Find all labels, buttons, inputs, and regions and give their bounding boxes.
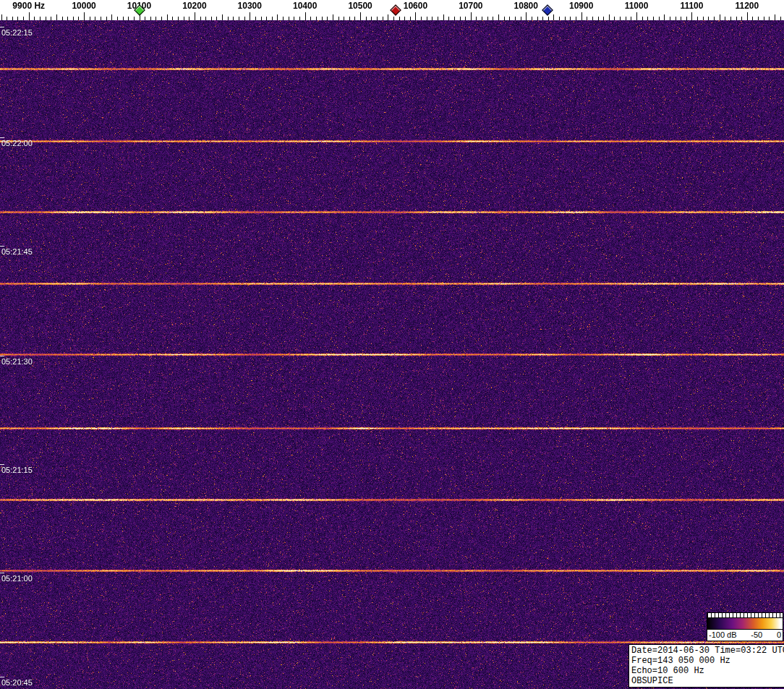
- info-station: OBSUPICE: [631, 676, 784, 686]
- colorbar-gradient: [707, 617, 783, 630]
- colorbar: -100 dB -50 0: [707, 612, 783, 641]
- waterfall-canvas[interactable]: [0, 20, 784, 689]
- colorbar-labels: -100 dB -50 0: [707, 630, 783, 641]
- info-frequency: Freq=143 050 000 Hz: [631, 656, 784, 666]
- frequency-ruler: 9900 Hz100001010010200103001040010500106…: [0, 0, 784, 20]
- info-date-time: Date=2014-06-30 Time=03:22 UTC: [631, 646, 784, 656]
- info-box: Date=2014-06-30 Time=03:22 UTC Freq=143 …: [629, 644, 784, 688]
- colorbar-label-min: -100 dB: [709, 630, 737, 639]
- colorbar-label-mid: -50: [751, 630, 762, 639]
- colorbar-label-max: 0: [777, 630, 781, 639]
- info-echo: Echo=10 600 Hz: [631, 666, 784, 676]
- spectrogram-window: 9900 Hz100001010010200103001040010500106…: [0, 0, 784, 689]
- waterfall-area: [0, 20, 784, 689]
